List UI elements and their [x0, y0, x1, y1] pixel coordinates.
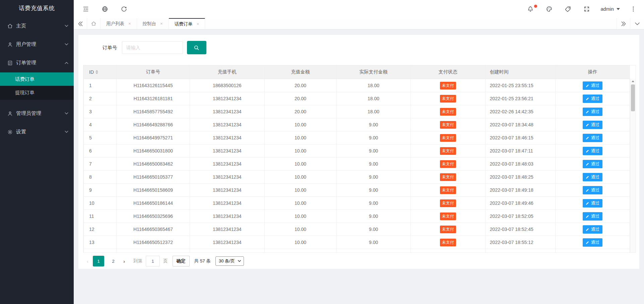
table-row: 11 H11646650325696 13812341234 10.00 9.0…: [84, 210, 630, 223]
page-button-1[interactable]: 1: [93, 256, 104, 266]
cell-phone: 18683500126: [190, 79, 264, 92]
goto-page-input[interactable]: [146, 256, 160, 266]
order-no-input[interactable]: [122, 41, 183, 54]
status-badge: 未支付: [440, 239, 456, 246]
fullscreen-icon[interactable]: [583, 6, 590, 12]
tabs-menu-button[interactable]: [630, 18, 644, 29]
pencil-icon: [586, 162, 589, 166]
tab-user-list[interactable]: 用户列表 ×: [101, 18, 137, 29]
approve-button[interactable]: 通过: [583, 225, 602, 234]
select-chevron-icon: [238, 260, 241, 262]
notification-bell-icon[interactable]: [527, 6, 534, 12]
search-form: 订单号: [83, 41, 636, 54]
approve-button[interactable]: 通过: [583, 134, 602, 142]
table-scrollbar[interactable]: [630, 79, 636, 252]
pencil-icon: [586, 84, 589, 87]
sidebar-item-orders[interactable]: 订单管理: [0, 54, 74, 72]
cell-id: 2: [84, 92, 117, 105]
cell-amount: 20.00: [264, 105, 336, 118]
table-row: 12 H11646650365467 13812341234 10.00 9.0…: [84, 223, 630, 236]
table-row: 13 H11646650512372 13812341234 10.00 9.0…: [84, 236, 630, 249]
approve-button[interactable]: 通过: [583, 173, 602, 181]
search-button[interactable]: [187, 41, 206, 54]
cell-amount: 10.00: [264, 210, 336, 223]
table-body-viewport: 1 H11643126115445 18683500126 20.00 18.0…: [83, 79, 630, 252]
chevron-down-icon: [65, 43, 68, 46]
content-area: 订单号: [74, 29, 644, 304]
theme-palette-icon[interactable]: [546, 6, 553, 12]
tag-icon[interactable]: [565, 6, 571, 12]
cell-phone: 13812341234: [190, 197, 264, 210]
pencil-icon: [586, 136, 589, 140]
cell-phone: 13812341234: [190, 184, 264, 197]
close-icon[interactable]: ×: [197, 22, 199, 26]
cell-id: 4: [84, 118, 117, 131]
column-header-id[interactable]: ID: [84, 66, 117, 79]
more-vertical-icon[interactable]: [630, 6, 637, 12]
cell-amount: 10.00: [264, 184, 336, 197]
goto-confirm-button[interactable]: 确定: [173, 256, 190, 266]
close-icon[interactable]: ×: [128, 21, 131, 26]
status-badge: 未支付: [440, 226, 456, 233]
scrollbar-up-arrow[interactable]: [630, 79, 636, 84]
notification-dot: [534, 5, 537, 8]
cell-status: 未支付: [410, 118, 485, 131]
admin-menu[interactable]: admin: [601, 6, 620, 12]
cell-amount: 20.00: [264, 79, 336, 92]
sidebar-subitem-phone-orders[interactable]: 话费订单: [0, 72, 74, 86]
scrollbar-thumb[interactable]: [631, 84, 635, 111]
approve-button[interactable]: 通过: [583, 95, 602, 103]
cell-paid: 9.00: [336, 197, 410, 210]
cell-amount: 10.00: [264, 236, 336, 249]
cell-amount: 10.00: [264, 158, 336, 171]
tabs-scroll-left-button[interactable]: [74, 18, 87, 29]
sidebar-item-admins[interactable]: 管理员管理: [0, 104, 74, 123]
refresh-icon[interactable]: [121, 6, 127, 12]
cell-amount: 10.00: [264, 144, 336, 158]
sidebar-item-home[interactable]: 主页: [0, 17, 74, 35]
approve-button[interactable]: 通过: [583, 160, 602, 168]
cell-action: 通过: [556, 210, 630, 223]
page-button-2[interactable]: 2: [108, 256, 119, 266]
approve-button[interactable]: 通过: [583, 108, 602, 116]
tab-home[interactable]: [87, 18, 101, 29]
tabs-scroll-right-button[interactable]: [617, 18, 630, 29]
cell-status: 未支付: [410, 105, 485, 118]
prev-page-button[interactable]: ‹: [86, 258, 89, 264]
globe-icon[interactable]: [102, 6, 108, 12]
cell-id: 10: [84, 197, 117, 210]
cell-status: 未支付: [410, 236, 485, 249]
approve-button[interactable]: 通过: [583, 147, 602, 155]
sidebar-item-settings[interactable]: 设置: [0, 123, 74, 141]
column-header-created: 创建时间: [485, 66, 555, 79]
approve-button[interactable]: 通过: [583, 212, 602, 221]
cell-paid: 9.00: [336, 158, 410, 171]
approve-button[interactable]: 通过: [583, 81, 602, 90]
approve-button[interactable]: 通过: [583, 121, 602, 129]
search-icon: [193, 45, 200, 51]
orders-icon: [7, 60, 13, 66]
sidebar-item-users[interactable]: 用户管理: [0, 35, 74, 54]
approve-button[interactable]: 通过: [583, 238, 602, 247]
close-icon[interactable]: ×: [160, 21, 163, 26]
cell-action: 通过: [556, 105, 630, 118]
approve-button[interactable]: 通过: [583, 186, 602, 194]
pencil-icon: [586, 215, 589, 218]
sort-icon[interactable]: [95, 70, 98, 74]
next-page-button[interactable]: ›: [122, 258, 126, 264]
collapse-menu-icon[interactable]: [82, 6, 89, 12]
approve-button[interactable]: 通过: [583, 199, 602, 207]
pencil-icon: [586, 149, 589, 153]
tab-console[interactable]: 控制台 ×: [137, 18, 169, 29]
page-size-select[interactable]: 30 条/页: [215, 256, 244, 266]
cell-created: 2022-03-07 18:52:05: [485, 210, 555, 223]
status-badge: 未支付: [440, 108, 456, 116]
cell-paid: 9.00: [336, 223, 410, 236]
cell-paid: 9.00: [336, 171, 410, 184]
sidebar-subitem-withdraw-orders[interactable]: 提现订单: [0, 86, 74, 99]
cell-order-no: H11646649975271: [116, 131, 190, 144]
table-row: 9 H11646650158609 13812341234 10.00 9.00…: [84, 184, 630, 197]
cell-action: 通过: [556, 79, 630, 92]
tab-phone-orders[interactable]: 话费订单 ×: [169, 18, 205, 29]
cell-amount: 20.00: [264, 92, 336, 105]
